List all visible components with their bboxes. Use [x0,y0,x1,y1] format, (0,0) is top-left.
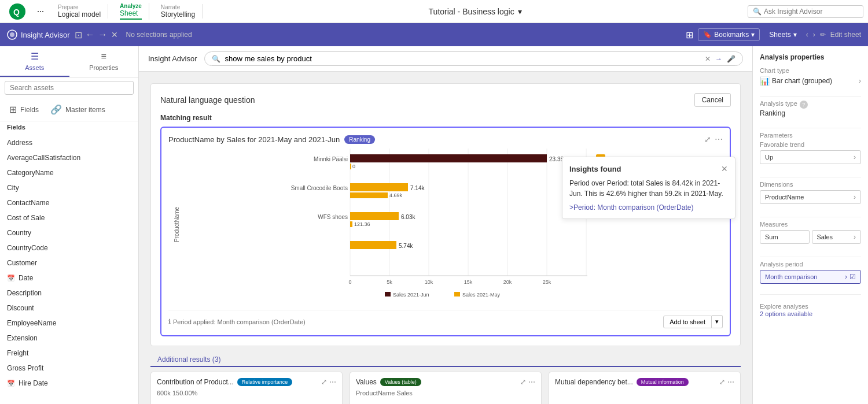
field-item-countrycode[interactable]: CountryCode [0,240,138,255]
svg-rect-24 [350,221,352,227]
nav-fields[interactable]: ⊞ Fields [5,101,43,118]
tab-assets[interactable]: ☰ Assets [0,46,69,77]
svg-text:Minnki Päälsi: Minnki Päälsi [314,156,348,162]
svg-text:7.14k: 7.14k [410,185,425,191]
search-query-bar[interactable]: 🔍 ✕ → 🎤 [204,51,743,66]
insight-advisor-btn[interactable]: Insight Advisor [7,29,70,40]
field-item-customer[interactable]: Customer [0,255,138,270]
svg-rect-26 [350,241,396,249]
more-icon[interactable]: ⋯ [528,378,535,386]
nav-right-icon[interactable]: › [813,31,815,39]
additional-results-tab[interactable]: Additional results (3) [150,353,227,367]
measure-sum: Sum [765,233,778,240]
svg-text:121.36: 121.36 [354,221,370,227]
field-item-address[interactable]: Address [0,135,138,150]
explore-link[interactable]: 2 options available [760,310,812,317]
calendar-icon: 📅 [7,380,15,387]
dimension-row[interactable]: ProductName › [760,190,861,204]
tab-properties[interactable]: ≡ Properties [69,46,139,77]
analysis-props-title: Analysis properties [760,53,861,61]
svg-rect-14 [350,164,351,169]
y-axis-label: ProductName [174,207,181,242]
field-item-discount[interactable]: Discount [0,301,138,316]
measure-sales-row[interactable]: Sales › [812,230,862,244]
nav-master-items[interactable]: 🔗 Master items [46,101,110,118]
nav-left-icon[interactable]: ‹ [806,31,808,39]
field-item-avgcallsat[interactable]: AverageCallSatisfaction [0,150,138,165]
narrate-section[interactable]: Narrate Storytelling [154,4,203,18]
field-label: EmployeeName [7,319,56,327]
more-icon[interactable]: ⋯ [329,378,336,386]
field-item-categoryname[interactable]: CategoryName [0,165,138,180]
search-assets-input[interactable] [5,81,134,95]
field-item-grossprofit[interactable]: Gross Profit [0,361,138,376]
analyze-section[interactable]: Analyze Sheet [113,3,149,20]
dimension-value: ProductName [765,194,804,201]
field-item-country[interactable]: Country [0,225,138,240]
ask-insight-search[interactable]: 🔍 [748,5,863,18]
favorable-trend-row[interactable]: Up › [760,150,861,164]
field-item-city[interactable]: City [0,180,138,195]
expand-icon[interactable]: ⤢ [321,378,327,386]
more-chart-icon[interactable]: ⋯ [715,135,723,144]
measure-sum-row[interactable]: Sum [760,230,810,244]
svg-text:10k: 10k [425,279,433,285]
field-label: Country [7,229,31,237]
bookmark-icon: 🔖 [703,31,712,39]
prepare-sub: Logical model [58,10,101,18]
field-label: CountryCode [7,244,48,252]
bar-chart-icon: 📊 [760,76,770,86]
app-title[interactable]: Tutorial - Business logic ▾ [429,7,522,16]
svg-text:5k: 5k [387,279,392,285]
result-card-body: ProductName Sales [356,390,535,396]
assets-icon: ☰ [31,51,39,62]
field-item-freight[interactable]: Freight [0,346,138,361]
query-input[interactable] [225,54,700,63]
close-insights-button[interactable]: ✕ [721,164,728,173]
field-item-extension[interactable]: Extension [0,331,138,346]
chart-actions: ⤢ ⋯ [704,135,723,144]
svg-text:WFS shoes: WFS shoes [318,214,348,220]
field-item-hiredate[interactable]: 📅 Hire Date [0,376,138,391]
result-card-body: 600k 150.00% [157,390,336,396]
explore-analyses-section: Explore analyses 2 options available [760,298,861,318]
clear-query-icon[interactable]: ✕ [705,55,711,63]
analysis-type-label: Analysis type [760,100,797,107]
no-selections-label: No selections applied [126,31,192,39]
svg-point-3 [10,32,14,37]
field-item-description[interactable]: Description [0,286,138,301]
mic-icon[interactable]: 🎤 [727,55,735,63]
edit-sheet-btn[interactable]: Edit sheet [830,31,861,39]
ask-insight-input[interactable] [764,8,858,16]
back-icon[interactable]: ← [86,29,95,40]
add-to-sheet-dropdown[interactable]: ▾ [712,315,723,328]
expand-icon[interactable]: ⤢ [520,378,526,386]
field-item-costofsale[interactable]: Cost of Sale [0,210,138,225]
add-to-sheet-button[interactable]: Add to sheet [663,316,712,328]
expand-chart-icon[interactable]: ⤢ [704,135,711,144]
submit-query-icon[interactable]: → [715,55,722,63]
result-card-values: Values Values (table) ⤢ ⋯ ProductName Sa… [350,372,542,404]
field-item-employeename[interactable]: EmployeeName [0,316,138,331]
insights-period-link[interactable]: >Period: Month comparison (OrderDate) [569,203,728,212]
help-icon[interactable]: ? [800,101,808,109]
nav-icons: ⊞ Fields 🔗 Master items [0,98,138,121]
forward-icon[interactable]: → [98,29,108,40]
field-label: Extension [7,334,38,342]
more-icon[interactable]: ⋯ [727,378,734,386]
analysis-period-row[interactable]: Month comparison › ☑ [760,270,861,284]
search-assets-box [0,77,138,98]
grid-icon[interactable]: ⊞ [686,29,693,40]
chart-type-label: Chart type [760,67,861,74]
field-item-date[interactable]: 📅 Date [0,270,138,286]
field-label: AverageCallSatisfaction [7,154,80,162]
prepare-section[interactable]: Prepare Logical model [51,4,108,18]
dots-menu[interactable]: ⋯ [35,8,46,16]
field-item-contactname[interactable]: ContactName [0,195,138,210]
bookmarks-btn[interactable]: 🔖 Bookmarks ▾ [698,28,760,41]
sheets-btn[interactable]: Sheets ▾ [764,29,801,40]
divider [760,177,861,177]
expand-icon[interactable]: ⤢ [719,378,725,386]
chevron-right-icon: › [845,273,847,281]
cancel-button[interactable]: Cancel [694,93,731,107]
